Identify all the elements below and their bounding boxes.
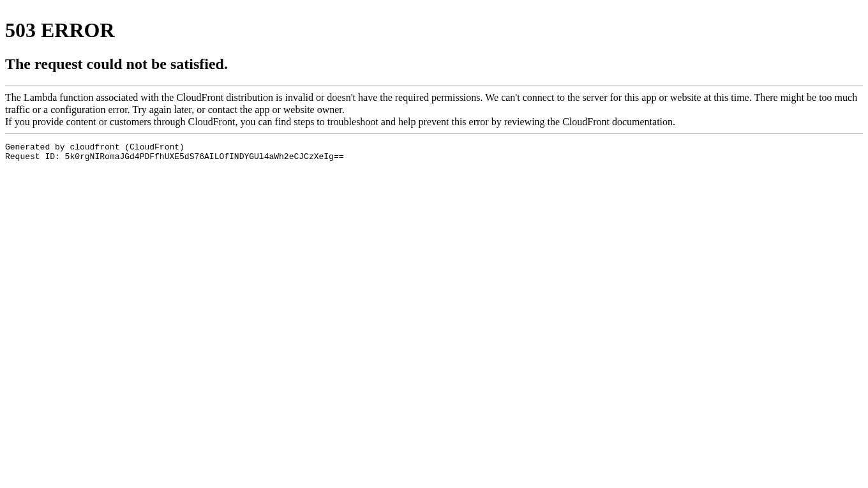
error-message-secondary: If you provide content or customers thro… [5,116,863,128]
error-code-heading: 503 ERROR [5,19,863,42]
error-subheading: The request could not be satisfied. [5,56,863,73]
divider [5,86,863,86]
error-message-primary: The Lambda function associated with the … [5,91,863,116]
divider [5,133,863,134]
request-details: Generated by cloudfront (CloudFront) Req… [5,142,863,162]
